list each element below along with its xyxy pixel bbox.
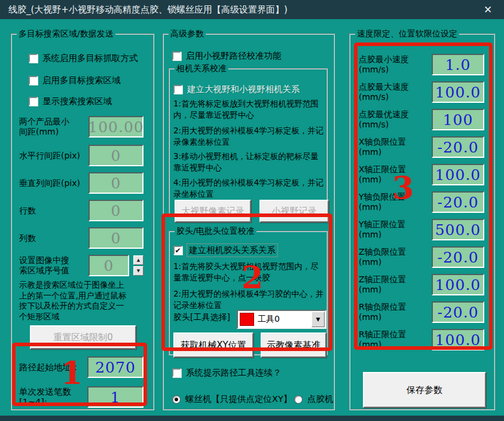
- path-start-address-field[interactable]: 2070: [87, 356, 143, 378]
- field-value: -20.0: [437, 304, 478, 321]
- combo-arrow-button[interactable]: ▼: [311, 312, 325, 327]
- param-row: Y轴负限位置 (mm) -20.0: [359, 191, 484, 213]
- optimal-speed-field[interactable]: 100: [432, 109, 484, 130]
- field-value: 0: [111, 175, 121, 192]
- checkbox-multi-search-area[interactable]: [29, 76, 38, 85]
- checkbox-small-view-path-calib[interactable]: [172, 51, 181, 60]
- checkbox-row: ✔ 建立相机胶头关系关系: [173, 244, 277, 257]
- field-value: 0: [111, 202, 121, 219]
- radio-row: 点胶机: [294, 393, 334, 405]
- field-label: 单次发送笔数 [1~4]:: [19, 387, 87, 407]
- tool-combobox-value: 工具0: [258, 314, 311, 325]
- group-title: 多目标搜索区域/数据发送: [17, 29, 115, 39]
- small-view-record-button[interactable]: 小视野记录: [259, 200, 329, 222]
- checkbox-label: 建立相机胶头关系关系: [187, 244, 277, 257]
- min-speed-field[interactable]: 1.0: [432, 54, 484, 75]
- param-label: R轴负限位置 (mm): [359, 302, 432, 322]
- x-pos-limit-field[interactable]: 100.0: [432, 164, 484, 185]
- field-value: -20.0: [437, 139, 478, 156]
- spinner-down-icon: ▼: [137, 269, 140, 273]
- teach-area-note: 示教是搜索区域位于图像坐上 上的第一个位置,用户通过鼠标 按下以及松开的方式自定…: [19, 280, 151, 322]
- get-machine-xy-button[interactable]: 获取机械XY位置: [173, 332, 253, 358]
- checkbox-label: 启用小视野路径校准功能: [186, 50, 282, 62]
- param-label: 点胶最大速度 (mm/s): [359, 82, 432, 102]
- reset-area-limit-button[interactable]: 重置区域限制0: [30, 325, 136, 349]
- window-bottom-edge: [0, 416, 504, 421]
- checkbox-link-cameras[interactable]: [173, 85, 182, 94]
- param-label: X轴负限位置 (mm): [359, 137, 432, 157]
- checkbox-row: 启用小视野路径校准功能: [172, 50, 282, 62]
- param-label: Z轴负限位置 (mm): [359, 247, 432, 267]
- param-label: 点胶最小速度 (mm/s): [359, 54, 432, 75]
- field-row: 水平行间距(pix) 0: [19, 145, 143, 166]
- param-label: Z轴正限位置 (mm): [359, 274, 432, 295]
- checkbox-row: 系统提示路径工具连续？: [172, 367, 282, 379]
- checkbox-label: 建立大视野和小视野相机关系: [187, 84, 300, 95]
- group-speed-position-limits: 速度限定、位置软限位设定 点胶最小速度 (mm/s) 1.0 点胶最大速度 (m…: [349, 29, 495, 410]
- h-row-spacing-field[interactable]: 0: [88, 145, 143, 166]
- field-row: 列数 0: [19, 227, 143, 249]
- v-col-spacing-field[interactable]: 0: [88, 172, 143, 194]
- checkbox-show-search-area[interactable]: [29, 97, 38, 106]
- send-count-field[interactable]: 1: [87, 386, 143, 408]
- param-row: X轴正限位置 (mm) 100.0: [359, 164, 484, 185]
- window-title: 线胶_(大视野+小视野移动高精度点胶、锁螺丝应用【高级设置界面】): [8, 4, 288, 16]
- r-pos-limit-field[interactable]: 100.0: [432, 329, 484, 350]
- big-view-pixel-record-button[interactable]: 大视野像素记录: [175, 200, 251, 222]
- field-value: 100.0: [435, 166, 481, 184]
- field-label: 设置图像中搜 索区域序号值: [19, 255, 88, 276]
- group-glue-head-calibration: 胶头/电批头位置校准 ✔ 建立相机胶头关系关系 1:首先将胶头大视野相机视野范围…: [169, 226, 328, 355]
- param-row: R轴正限位置 (mm) 100.0: [359, 329, 484, 350]
- y-neg-limit-field[interactable]: -20.0: [432, 191, 484, 213]
- param-row: X轴负限位置 (mm) -20.0: [359, 136, 484, 158]
- save-params-button[interactable]: 保存参数: [363, 372, 486, 408]
- radio-screw-machine[interactable]: [172, 395, 181, 404]
- spinner-up-button[interactable]: ▲: [133, 255, 143, 265]
- checkbox-label: 启用多目标搜索区域: [42, 75, 121, 86]
- field-value: 100.0: [435, 84, 481, 101]
- min-product-distance-field[interactable]: 100.00: [88, 116, 143, 138]
- chevron-down-icon: ▼: [316, 316, 320, 322]
- y-pos-limit-field[interactable]: 500.0: [432, 219, 484, 240]
- tool-combobox[interactable]: 工具0 ▼: [237, 310, 326, 329]
- r-neg-limit-field[interactable]: -20.0: [432, 301, 484, 323]
- calib-step-1: 1:首先将标定板放到大视野相机视野范围 内，尽量靠近视野中心: [173, 98, 319, 121]
- field-value: 100: [443, 111, 474, 129]
- calib-step-3: 3:移动小视野相机，让标定板的靶标尽量 靠近视野中心: [173, 151, 319, 173]
- checkbox-row: 启用多目标搜索区域: [29, 75, 121, 86]
- row-count-field[interactable]: 0: [88, 200, 143, 221]
- checkbox-multi-grab[interactable]: [29, 54, 38, 63]
- field-value: 100.0: [435, 331, 481, 349]
- field-value: 1: [111, 389, 121, 406]
- radio-dispenser[interactable]: [294, 395, 303, 404]
- radio-row: 螺丝机【只提供点定位XY】: [172, 393, 292, 405]
- check-icon: ✔: [175, 247, 181, 254]
- z-pos-limit-field[interactable]: 100.0: [432, 274, 484, 295]
- radio-label: 螺丝机【只提供点定位XY】: [185, 393, 292, 405]
- checkbox-link-camera-glue[interactable]: ✔: [173, 246, 182, 255]
- teach-pixel-ref-button[interactable]: 示教像素基准: [261, 332, 326, 358]
- x-neg-limit-field[interactable]: -20.0: [432, 136, 484, 158]
- spinner-down-button[interactable]: ▼: [133, 266, 143, 276]
- glue-step-1: 1:首先将胶头大视野相机视野范围内，尽 量靠近视野中心，点一块胶: [173, 261, 319, 283]
- field-value: 0: [111, 230, 121, 247]
- checkbox-label: 系统启用多目标抓取方式: [42, 53, 138, 64]
- col-count-field[interactable]: 0: [88, 227, 143, 249]
- field-label: 水平行间距(pix): [19, 151, 88, 161]
- param-row: Y轴正限位置 (mm) 500.0: [359, 219, 484, 240]
- max-speed-field[interactable]: 100.0: [432, 81, 484, 103]
- param-label: Y轴负限位置 (mm): [359, 192, 432, 212]
- search-area-index-field[interactable]: 0: [88, 255, 129, 276]
- group-title: 高级参数: [169, 29, 206, 39]
- close-button[interactable]: ✕: [480, 2, 496, 17]
- spinner-up-icon: ▲: [137, 258, 140, 263]
- spinner: ▲ ▼: [133, 255, 143, 276]
- glue-step-2: 2:用大视野的候补模板4学习胶的中心，并 记录坐标位置: [173, 288, 323, 311]
- checkbox-row: 显示搜索搜索区域: [29, 96, 112, 107]
- field-value: 500.0: [435, 221, 481, 239]
- z-neg-limit-field[interactable]: -20.0: [432, 246, 484, 268]
- field-label: 行数: [19, 206, 88, 216]
- group-camera-calibration: 相机关系校准 建立大视野和小视野相机关系 1:首先将标定板放到大视野相机视野范围…: [169, 63, 328, 216]
- checkbox-path-tool-continuous[interactable]: [172, 368, 181, 377]
- field-value: 1.0: [445, 56, 471, 74]
